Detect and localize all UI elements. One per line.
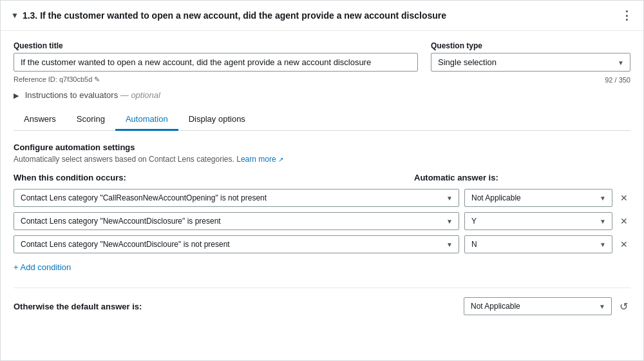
default-answer-select-wrap: Not Applicable ▼ bbox=[464, 297, 612, 315]
tab-automation[interactable]: Automation bbox=[115, 109, 178, 131]
question-title-field: Question title bbox=[14, 41, 418, 72]
char-count: 92 / 350 bbox=[605, 76, 630, 84]
question-title-input[interactable] bbox=[14, 53, 418, 72]
remove-condition-1-button[interactable]: ✕ bbox=[618, 190, 630, 206]
tab-display-options[interactable]: Display options bbox=[178, 109, 256, 131]
question-card: ▼ 1.3. If the customer wanted to open a … bbox=[0, 0, 644, 361]
instructions-expand-icon[interactable]: ▶ bbox=[14, 92, 19, 99]
instructions-row: ▶ Instructions to evaluators — optional bbox=[14, 90, 630, 100]
condition-2-select-wrap: Contact Lens category "NewAccountDisclos… bbox=[14, 212, 459, 230]
condition-row-3: Contact Lens category "NewAccountDisclou… bbox=[14, 235, 630, 253]
add-condition-button[interactable]: + Add condition bbox=[14, 259, 71, 276]
ref-row: Reference ID: q7f30cb5d ✎ 92 / 350 bbox=[14, 75, 630, 84]
question-title-label: Question title bbox=[14, 41, 418, 50]
kebab-menu-icon[interactable]: ⋮ bbox=[621, 8, 633, 23]
instructions-optional: — optional bbox=[120, 90, 160, 100]
remove-condition-3-button[interactable]: ✕ bbox=[618, 237, 630, 252]
answer-2-select[interactable]: Y bbox=[464, 212, 612, 230]
condition-2-select[interactable]: Contact Lens category "NewAccountDisclos… bbox=[14, 212, 459, 230]
default-answer-select[interactable]: Not Applicable bbox=[464, 297, 612, 315]
tabs-row: Answers Scoring Automation Display optio… bbox=[14, 109, 630, 131]
answer-3-select[interactable]: N bbox=[464, 235, 612, 253]
condition-3-select[interactable]: Contact Lens category "NewAccountDisclou… bbox=[14, 235, 459, 253]
condition-1-select-wrap: Contact Lens category "CallReasonNewAcco… bbox=[14, 189, 459, 207]
reset-default-answer-button[interactable]: ↺ bbox=[617, 298, 630, 315]
question-type-label: Question type bbox=[431, 41, 630, 50]
question-type-select[interactable]: Single selection bbox=[431, 53, 630, 72]
instructions-label: Instructions to evaluators bbox=[25, 90, 118, 100]
remove-condition-2-button[interactable]: ✕ bbox=[618, 213, 630, 229]
question-type-select-wrapper: Single selection ▼ bbox=[431, 53, 630, 72]
learn-more-link[interactable]: Learn more ↗ bbox=[236, 155, 283, 164]
condition-col-header: When this condition occurs: bbox=[14, 173, 412, 182]
add-condition-label: + Add condition bbox=[14, 262, 71, 272]
question-body: Question title Question type Single sele… bbox=[1, 31, 643, 326]
edit-ref-icon[interactable]: ✎ bbox=[94, 75, 100, 83]
external-link-icon: ↗ bbox=[278, 156, 283, 163]
conditions-header: When this condition occurs: Automatic an… bbox=[14, 173, 630, 182]
question-type-field: Question type Single selection ▼ bbox=[431, 41, 630, 72]
question-title-row: ▼ 1.3. If the customer wanted to open a … bbox=[11, 10, 446, 21]
default-answer-label: Otherwise the default answer is: bbox=[14, 302, 459, 311]
tab-scoring[interactable]: Scoring bbox=[66, 109, 115, 131]
answer-2-select-wrap: Y ▼ bbox=[464, 212, 612, 230]
reference-id: Reference ID: q7f30cb5d ✎ bbox=[14, 75, 100, 84]
automation-section: Configure automation settings Automatica… bbox=[14, 142, 630, 315]
answer-1-select-wrap: Not Applicable ▼ bbox=[464, 189, 612, 207]
collapse-icon[interactable]: ▼ bbox=[11, 11, 19, 20]
question-number-title: 1.3. If the customer wanted to open a ne… bbox=[23, 10, 446, 21]
question-fields-row: Question title Question type Single sele… bbox=[14, 41, 630, 72]
automation-section-title: Configure automation settings bbox=[14, 142, 630, 152]
condition-3-select-wrap: Contact Lens category "NewAccountDisclou… bbox=[14, 235, 459, 253]
answer-3-select-wrap: N ▼ bbox=[464, 235, 612, 253]
condition-row-2: Contact Lens category "NewAccountDisclos… bbox=[14, 212, 630, 230]
tab-answers[interactable]: Answers bbox=[14, 109, 66, 131]
answer-1-select[interactable]: Not Applicable bbox=[464, 189, 612, 207]
automation-section-desc: Automatically select answers based on Co… bbox=[14, 155, 630, 164]
question-header: ▼ 1.3. If the customer wanted to open a … bbox=[1, 1, 643, 31]
default-answer-row: Otherwise the default answer is: Not App… bbox=[14, 288, 630, 315]
answer-col-header: Automatic answer is: bbox=[412, 173, 630, 182]
condition-1-select[interactable]: Contact Lens category "CallReasonNewAcco… bbox=[14, 189, 459, 207]
condition-row-1: Contact Lens category "CallReasonNewAcco… bbox=[14, 189, 630, 207]
